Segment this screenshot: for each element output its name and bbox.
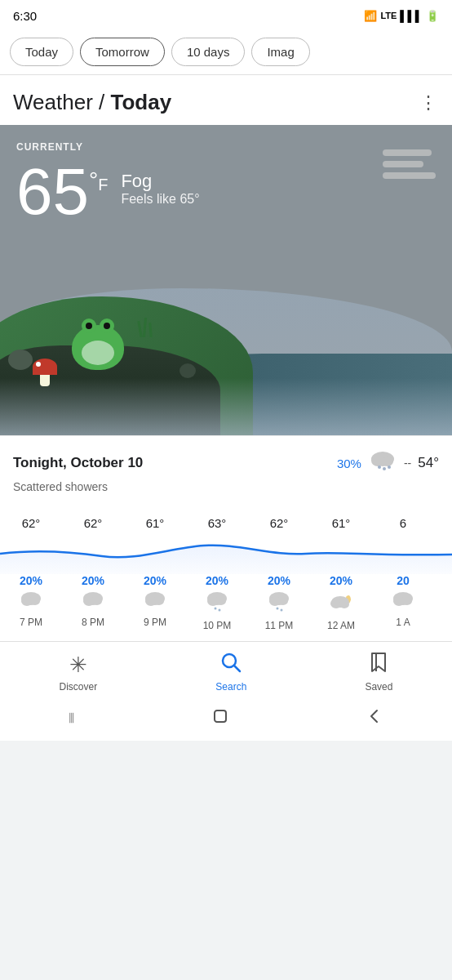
currently-label: CURRENTLY	[16, 141, 436, 153]
fog-wave-1	[383, 149, 432, 156]
frog-illustration	[65, 313, 131, 370]
nav-discover-label: Discover	[60, 681, 98, 693]
hourly-section: 62° 62° 61° 63° 62° 61° 6 20%	[0, 506, 452, 641]
svg-point-24	[281, 609, 283, 612]
bottom-nav: ✳ Discover Search Saved	[0, 641, 452, 699]
precip-icon-6	[372, 590, 434, 613]
hourly-temp-3: 63°	[186, 516, 248, 530]
svg-point-2	[382, 457, 393, 466]
precip-time-4: 11 PM	[248, 620, 310, 631]
svg-point-4	[383, 467, 386, 470]
recent-apps-icon[interactable]: ⦀	[69, 710, 75, 727]
mushroom	[33, 359, 57, 386]
precip-icon-4	[248, 590, 310, 617]
chart-svg	[0, 533, 452, 574]
precip-item-1: 20% 8 PM	[62, 574, 124, 631]
status-bar: 6:30 📶 LTE ▌▌▌ 🔋	[0, 0, 452, 29]
nav-saved-label: Saved	[365, 681, 392, 693]
frog-eye-left	[82, 318, 96, 333]
mushroom-cap	[33, 359, 57, 375]
feels-like: Feels like 65°	[121, 192, 199, 207]
svg-point-11	[92, 597, 102, 605]
svg-rect-34	[215, 710, 226, 722]
precip-time-1: 8 PM	[62, 617, 124, 628]
svg-point-23	[277, 608, 279, 610]
svg-point-14	[154, 597, 164, 605]
tab-tomorrow[interactable]: Tomorrow	[80, 38, 165, 66]
precip-time-2: 9 PM	[124, 617, 186, 628]
signal-icon: ▌▌▌	[400, 10, 423, 22]
temperature-value: 65	[16, 159, 89, 225]
weather-scene	[0, 239, 452, 435]
nav-search-label: Search	[215, 681, 246, 693]
rain-chance: 30%	[337, 457, 361, 470]
frog-eye-right	[100, 318, 114, 333]
home-icon[interactable]	[211, 707, 229, 729]
nav-saved[interactable]: Saved	[365, 652, 392, 693]
fog-ground	[0, 378, 452, 435]
precip-item-5: 20% 12 AM	[310, 574, 372, 631]
svg-point-8	[30, 597, 40, 605]
precip-pct-3: 20%	[186, 574, 248, 587]
page-header: Weather / Today ⋮	[0, 75, 452, 125]
hourly-temp-6: 6	[372, 516, 434, 530]
svg-point-30	[402, 597, 412, 605]
precip-icon-1	[62, 590, 124, 613]
temperature-chart	[0, 530, 452, 571]
hourly-temp-0: 62°	[0, 516, 62, 530]
tonight-header: Tonight, October 10 30% -- 54°	[13, 449, 439, 477]
page-title: Weather / Today	[13, 90, 171, 115]
tonight-subtitle: Scattered showers	[13, 480, 439, 493]
tab-10days[interactable]: 10 days	[171, 38, 246, 66]
tonight-title: Tonight, October 10	[13, 455, 143, 471]
tonight-dash: --	[404, 457, 411, 470]
hourly-temp-4: 62°	[248, 516, 310, 530]
discover-icon: ✳	[69, 653, 87, 678]
frog-belly	[82, 341, 114, 365]
nav-discover[interactable]: ✳ Discover	[60, 653, 98, 693]
precip-time-6: 1 A	[372, 617, 434, 628]
svg-point-3	[378, 466, 381, 469]
precip-pct-5: 20%	[310, 574, 372, 587]
more-menu-icon[interactable]: ⋮	[419, 92, 439, 114]
precip-item-6: 20 1 A	[372, 574, 434, 631]
mushroom-stem	[40, 375, 50, 386]
battery-icon: 🔋	[426, 10, 439, 22]
svg-point-17	[216, 597, 226, 605]
precip-pct-2: 20%	[124, 574, 186, 587]
fog-wave-3	[383, 172, 436, 179]
system-nav-bar: ⦀	[0, 699, 452, 741]
svg-point-27	[339, 600, 349, 608]
fog-icon	[383, 149, 436, 179]
hourly-temp-2: 61°	[124, 516, 186, 530]
temp-unit-label: F	[98, 176, 108, 194]
temp-description: Fog Feels like 65°	[121, 171, 199, 207]
svg-point-18	[215, 608, 217, 610]
hourly-temp-1: 62°	[62, 516, 124, 530]
precip-icon-0	[0, 590, 62, 613]
title-main: Today	[110, 90, 171, 114]
nav-search[interactable]: Search	[215, 652, 246, 693]
tab-images[interactable]: Imag	[251, 38, 309, 66]
temperature-unit: °	[89, 167, 98, 194]
precip-pct-1: 20%	[62, 574, 124, 587]
fog-wave-2	[383, 161, 423, 167]
weather-condition: Fog	[121, 171, 199, 192]
precip-icon-2	[124, 590, 186, 613]
tab-today[interactable]: Today	[10, 38, 73, 66]
precip-icon-5	[310, 590, 372, 617]
tab-bar: Today Tomorrow 10 days Imag	[0, 29, 452, 75]
precip-time-3: 10 PM	[186, 620, 248, 631]
precip-pct-6: 20	[372, 574, 434, 587]
search-icon	[220, 652, 242, 678]
precip-item-0: 20% 7 PM	[0, 574, 62, 631]
svg-point-5	[388, 466, 391, 469]
title-prefix: Weather /	[13, 90, 110, 114]
svg-point-19	[219, 609, 221, 612]
svg-line-32	[234, 666, 240, 671]
precip-item-4: 20% 11 PM	[248, 574, 310, 631]
back-icon[interactable]	[366, 707, 383, 729]
rock-1	[8, 350, 33, 370]
tonight-weather-right: 30% -- 54°	[337, 449, 439, 477]
precip-time-0: 7 PM	[0, 617, 62, 628]
